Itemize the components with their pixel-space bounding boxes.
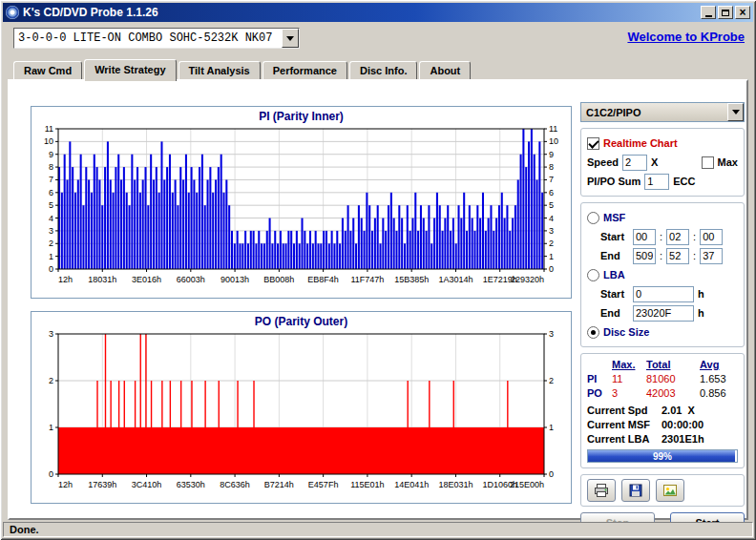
tab-tilt-analysis[interactable]: Tilt Analysis	[178, 61, 261, 79]
svg-text:1: 1	[49, 252, 53, 261]
po-max-value: 3	[612, 387, 646, 399]
po-chart-plot: 0011223312h17639h3C410h63530h8C636hB7214…	[32, 329, 570, 499]
speed-input[interactable]	[622, 155, 647, 171]
error-stats-table: Max. Total Avg PI 11 81060 1.653 PO 3 42…	[587, 359, 738, 399]
stats-row-po-label: PO	[587, 387, 612, 399]
svg-text:5: 5	[549, 200, 554, 210]
chevron-down-icon	[286, 36, 294, 41]
msf-end-sec-input[interactable]	[666, 248, 689, 264]
stats-header-total: Total	[646, 359, 700, 370]
svg-text:0: 0	[49, 264, 53, 274]
drive-combo-arrow-button[interactable]	[282, 29, 299, 48]
svg-text:2: 2	[549, 376, 554, 385]
svg-text:3: 3	[549, 226, 554, 236]
svg-text:18E031h: 18E031h	[438, 480, 472, 489]
max-speed-checkbox[interactable]	[702, 156, 714, 169]
mode-combo-value: C1C2/PIPO	[581, 107, 727, 118]
status-bar: Done.	[3, 522, 753, 537]
svg-text:12h: 12h	[58, 275, 73, 284]
stats-header-avg: Avg	[700, 359, 738, 370]
tab-disc-info[interactable]: Disc Info.	[349, 61, 418, 79]
pipo-sum-input[interactable]	[644, 174, 669, 190]
po-avg-value: 0.856	[700, 387, 738, 399]
svg-text:3: 3	[49, 226, 53, 236]
tab-write-strategy[interactable]: Write Strategy	[84, 59, 176, 81]
svg-text:8C636h: 8C636h	[220, 480, 250, 489]
lba-end-unit: h	[698, 307, 704, 319]
svg-text:215E00h: 215E00h	[510, 480, 544, 489]
tab-raw-cmd[interactable]: Raw Cmd	[13, 61, 82, 79]
drive-select-value: 3-0-0-0 LITE-ON COMBO SOHC-5232K NK07	[14, 31, 282, 45]
drive-select-combo[interactable]: 3-0-0-0 LITE-ON COMBO SOHC-5232K NK07	[13, 28, 300, 49]
svg-text:0: 0	[49, 469, 53, 479]
svg-text:8: 8	[549, 162, 554, 172]
minimize-icon	[705, 15, 712, 17]
msf-radio-label: MSF	[603, 212, 625, 223]
pi-chart: PI (Parity Inner) 0011223344556677889910…	[31, 106, 572, 299]
svg-text:10: 10	[44, 136, 53, 146]
disc-size-radio[interactable]	[587, 326, 599, 339]
realtime-chart-checkbox[interactable]	[587, 137, 599, 150]
svg-text:3C410h: 3C410h	[132, 480, 162, 489]
svg-text:0: 0	[549, 264, 554, 274]
svg-text:17639h: 17639h	[88, 480, 116, 489]
svg-text:10: 10	[549, 136, 558, 146]
current-speed-label: Current Spd	[587, 405, 662, 416]
export-image-button[interactable]	[656, 479, 684, 502]
pi-total-value: 81060	[646, 373, 700, 384]
msf-start-frame-input[interactable]	[700, 229, 723, 245]
msf-end-frame-input[interactable]	[700, 248, 723, 264]
titlebar[interactable]: K's CD/DVD Probe 1.1.26 ×	[3, 3, 753, 22]
app-window: K's CD/DVD Probe 1.1.26 × 3-0-0-0 LITE-O…	[0, 0, 756, 540]
svg-text:6: 6	[549, 188, 554, 197]
svg-text:5: 5	[49, 200, 53, 210]
pi-avg-value: 1.653	[700, 373, 738, 384]
minimize-button[interactable]	[701, 6, 716, 19]
lba-radio[interactable]	[587, 269, 599, 281]
lba-start-label: Start	[600, 288, 629, 300]
chart-options-groupbox: Realtime Chart Speed X Max PI/PO Sum ECC	[580, 128, 745, 197]
close-button[interactable]: ×	[735, 6, 750, 19]
stats-groupbox: Max. Total Avg PI 11 81060 1.653 PO 3 42…	[580, 353, 745, 468]
svg-text:18031h: 18031h	[88, 275, 116, 284]
lba-radio-label: LBA	[603, 269, 625, 280]
msf-radio[interactable]	[587, 212, 599, 224]
print-button[interactable]	[587, 479, 616, 502]
status-text: Done.	[10, 524, 39, 535]
msf-start-min-input[interactable]	[633, 229, 656, 245]
svg-text:3E016h: 3E016h	[132, 275, 161, 284]
lba-start-input[interactable]	[633, 286, 694, 302]
svg-text:9: 9	[49, 150, 53, 159]
disc-size-radio-label: Disc Size	[603, 326, 649, 338]
svg-text:3: 3	[49, 329, 53, 339]
svg-text:11: 11	[45, 124, 53, 134]
ecc-label: ECC	[673, 176, 695, 187]
chevron-down-icon	[732, 110, 740, 114]
svg-text:7: 7	[49, 175, 53, 184]
save-button[interactable]	[621, 479, 650, 502]
stats-row-pi-label: PI	[587, 373, 612, 384]
tab-performance[interactable]: Performance	[262, 61, 347, 79]
svg-text:2: 2	[549, 239, 554, 248]
mode-combo[interactable]: C1C2/PIPO	[580, 102, 745, 122]
mode-combo-arrow-button[interactable]	[727, 103, 744, 121]
svg-text:4: 4	[49, 214, 53, 223]
lba-end-input[interactable]	[633, 305, 694, 322]
msf-end-min-input[interactable]	[633, 248, 656, 264]
tab-about[interactable]: About	[419, 61, 471, 79]
svg-text:12h: 12h	[58, 480, 73, 489]
maximize-button[interactable]	[718, 6, 733, 19]
svg-text:14E041h: 14E041h	[394, 480, 429, 489]
po-chart: PO (Parity Outer) 0011223312h17639h3C410…	[31, 311, 572, 504]
svg-text:115E01h: 115E01h	[350, 480, 384, 489]
max-speed-label: Max	[718, 156, 738, 168]
realtime-chart-label: Realtime Chart	[603, 137, 678, 149]
svg-text:1: 1	[549, 252, 554, 261]
welcome-link[interactable]: Welcome to KProbe	[627, 30, 745, 44]
msf-start-sec-input[interactable]	[666, 229, 689, 245]
progress-percent-label: 99%	[588, 450, 737, 463]
write-strategy-page: PI (Parity Inner) 0011223344556677889910…	[8, 79, 748, 520]
svg-text:63530h: 63530h	[177, 480, 205, 489]
svg-text:90013h: 90013h	[220, 275, 249, 284]
progress-bar: 99%	[587, 449, 738, 463]
